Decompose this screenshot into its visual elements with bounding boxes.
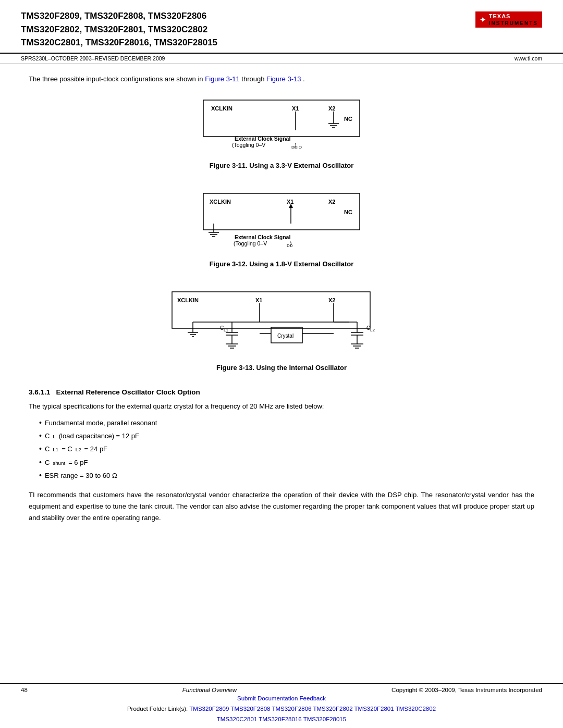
svg-text:External Clock Signal: External Clock Signal xyxy=(235,234,290,240)
svg-text:XCLKIN: XCLKIN xyxy=(177,297,199,303)
fig13-caption: Figure 3-13. Using the Internal Oscillat… xyxy=(216,364,347,372)
fig11-caption: Figure 3-11. Using a 3.3-V External Osci… xyxy=(210,162,354,169)
product-link-f2809[interactable]: TMS320F2809 xyxy=(189,706,229,712)
figure-13-svg: XCLKIN X1 X2 xyxy=(151,287,412,360)
svg-text:X1: X1 xyxy=(255,297,262,303)
figure-12-svg: XCLKIN X1 X2 NC External Clock Signal (T… xyxy=(172,188,391,256)
figure-13-container: XCLKIN X1 X2 xyxy=(29,287,534,381)
svg-text:X1: X1 xyxy=(287,199,293,205)
page-footer: 48 Functional Overview Copyright © 2003–… xyxy=(0,683,563,728)
product-link-f2808[interactable]: TMS320F2808 xyxy=(230,706,270,712)
svg-text:L2: L2 xyxy=(370,328,375,332)
svg-text:X2: X2 xyxy=(328,297,335,303)
svg-text:(Toggling 0–V: (Toggling 0–V xyxy=(232,142,265,148)
product-link-c2801[interactable]: TMS320C2801 xyxy=(217,716,257,722)
svg-text:XCLKIN: XCLKIN xyxy=(211,105,232,112)
svg-text:DD: DD xyxy=(287,243,293,248)
fig11-link[interactable]: Figure 3-11 xyxy=(205,75,239,83)
product-link-f2806[interactable]: TMS320F2806 xyxy=(272,706,311,712)
figure-11-container: XCLKIN X1 X2 NC External Clock Signal (T… xyxy=(29,95,534,179)
footer-section: Functional Overview xyxy=(182,687,237,693)
page-header: TMS320F2809, TMS320F2808, TMS320F2806 TM… xyxy=(0,0,563,54)
svg-text:External Clock Signal: External Clock Signal xyxy=(235,135,290,142)
list-item: Cshunt = 6 pF xyxy=(39,456,534,469)
list-item: ESR range = 30 to 60 Ω xyxy=(39,469,534,482)
fig12-caption: Figure 3-12. Using a 1.8-V External Osci… xyxy=(210,260,354,268)
svg-text:(Toggling 0–V: (Toggling 0–V xyxy=(234,240,267,246)
figure-12-container: XCLKIN X1 X2 NC External Clock Signal (T… xyxy=(29,188,534,277)
ti-star-icon: ✦ xyxy=(480,16,486,24)
sub-header: SPRS230L–OCTOBER 2003–REVISED DECEMBER 2… xyxy=(0,54,563,64)
footer-copyright: Copyright © 2003–2009, Texas Instruments… xyxy=(391,687,542,693)
footer-feedback: Submit Documentation Feedback xyxy=(21,694,542,702)
section-heading: 3.6.1.1 External Reference Oscillator Cl… xyxy=(29,388,534,396)
list-item: CL1 = CL2 = 24 pF xyxy=(39,442,534,455)
ti-logo: ✦ TEXAS INSTRUMENTS xyxy=(475,11,542,28)
footer-row1: 48 Functional Overview Copyright © 2003–… xyxy=(21,687,542,694)
svg-text:DDIO: DDIO xyxy=(291,145,302,150)
svg-text:Crystal: Crystal xyxy=(277,333,293,339)
section-intro: The typical specifications for the exter… xyxy=(29,401,534,412)
svg-text:XCLKIN: XCLKIN xyxy=(210,199,231,205)
figure-11-svg: XCLKIN X1 X2 NC External Clock Signal (T… xyxy=(172,95,391,157)
feedback-link[interactable]: Submit Documentation Feedback xyxy=(237,695,326,701)
svg-text:X1: X1 xyxy=(292,105,299,112)
product-link-f28016[interactable]: TMS320F28016 xyxy=(259,716,301,722)
list-item: CL (load capacitance) = 12 pF xyxy=(39,429,534,442)
svg-rect-29 xyxy=(172,292,370,328)
intro-paragraph: The three possible input-clock configura… xyxy=(29,74,534,85)
body-paragraph: TI recommends that customers have the re… xyxy=(29,489,534,524)
svg-text:X2: X2 xyxy=(328,105,335,112)
svg-text:X2: X2 xyxy=(328,199,335,205)
svg-text:L1: L1 xyxy=(224,328,228,332)
footer-links: Product Folder Link(s): TMS320F2809 TMS3… xyxy=(21,702,542,728)
page-number: 48 xyxy=(21,687,28,693)
specs-list: Fundamental mode, parallel resonant CL (… xyxy=(39,416,534,482)
svg-text:NC: NC xyxy=(344,116,352,122)
product-link-f2801[interactable]: TMS320F2801 xyxy=(354,706,394,712)
svg-text:NC: NC xyxy=(344,209,352,215)
product-link-f2802[interactable]: TMS320F2802 xyxy=(313,706,353,712)
list-item: Fundamental mode, parallel resonant xyxy=(39,416,534,429)
page: TMS320F2809, TMS320F2808, TMS320F2806 TM… xyxy=(0,0,563,728)
doc-number: SPRS230L–OCTOBER 2003–REVISED DECEMBER 2… xyxy=(21,55,165,61)
product-link-c2802[interactable]: TMS320C2802 xyxy=(396,706,436,712)
product-link-f28015[interactable]: TMS320F28015 xyxy=(303,716,346,722)
document-title: TMS320F2809, TMS320F2808, TMS320F2806 TM… xyxy=(21,9,217,50)
website: www.ti.com xyxy=(515,55,542,61)
main-content: The three possible input-clock configura… xyxy=(0,64,563,683)
section-3-6-1-1: 3.6.1.1 External Reference Oscillator Cl… xyxy=(29,388,534,524)
fig13-link[interactable]: Figure 3-13 xyxy=(266,75,301,83)
